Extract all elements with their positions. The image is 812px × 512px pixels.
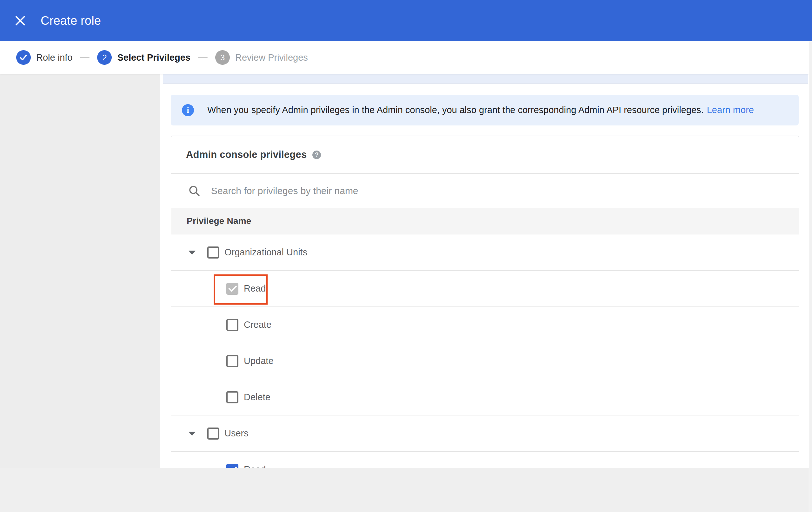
step-1-label[interactable]: Role info [36, 52, 72, 63]
step-2-label[interactable]: Select Privileges [117, 52, 191, 63]
search-row [171, 173, 799, 208]
privilege-label: Read [244, 464, 266, 468]
privilege-row[interactable]: Read [171, 271, 799, 307]
privilege-checkbox[interactable] [226, 391, 238, 403]
banner-text: When you specify Admin privileges in the… [207, 105, 754, 115]
privilege-checkbox[interactable] [207, 428, 219, 439]
scrolled-header-band [163, 74, 808, 84]
dialog-title: Create role [40, 0, 101, 41]
info-banner: i When you specify Admin privileges in t… [171, 95, 799, 126]
search-icon [188, 185, 200, 197]
privilege-checkbox[interactable] [226, 319, 238, 331]
step-connector [80, 57, 89, 58]
expand-arrow-icon[interactable] [188, 432, 196, 436]
close-button[interactable] [13, 13, 28, 28]
search-input[interactable] [210, 185, 688, 197]
privileges-card: Admin console privileges ? Privilege Nam… [171, 136, 799, 468]
privilege-label: Delete [244, 392, 270, 402]
step-1-circle[interactable] [16, 50, 31, 65]
appbar: Create role [0, 0, 812, 41]
privilege-row[interactable]: Delete [171, 379, 799, 415]
expand-arrow-icon[interactable] [188, 251, 196, 255]
card-title: Admin console privileges [186, 149, 307, 160]
privilege-row[interactable]: Organizational Units [171, 235, 799, 271]
privilege-checkbox[interactable] [226, 464, 238, 468]
privilege-checkbox[interactable] [207, 246, 219, 259]
privilege-label: Update [244, 356, 273, 366]
banner-message: When you specify Admin privileges in the… [207, 105, 704, 115]
info-icon: i [182, 104, 194, 116]
learn-more-link[interactable]: Learn more [707, 105, 754, 115]
privilege-row[interactable]: Users [171, 415, 799, 452]
close-icon [15, 16, 25, 26]
stepper: Role info 2 Select Privileges 3 Review P… [0, 41, 812, 74]
create-role-dialog: Create role Role info 2 Select Privilege… [0, 0, 812, 512]
privilege-checkbox[interactable] [226, 283, 238, 295]
table-header: Privilege Name [171, 208, 799, 235]
footer-bar [0, 468, 812, 512]
privilege-label: Read [244, 283, 266, 294]
step-3-circle[interactable]: 3 [215, 50, 230, 65]
step-2-circle[interactable]: 2 [97, 50, 112, 65]
privilege-row[interactable]: Read [171, 452, 799, 468]
privilege-label: Organizational Units [225, 247, 307, 258]
help-icon[interactable]: ? [312, 151, 321, 159]
privilege-checkbox[interactable] [226, 355, 238, 367]
privilege-label: Users [225, 428, 249, 439]
privilege-row[interactable]: Update [171, 343, 799, 379]
privilege-row[interactable]: Create [171, 307, 799, 343]
privilege-label: Create [244, 320, 271, 330]
vertical-scrollbar[interactable] [809, 41, 812, 512]
left-rail [0, 74, 160, 468]
privilege-rows: Organizational Units Read Create Update … [171, 235, 799, 468]
main-content: i When you specify Admin privileges in t… [160, 74, 812, 468]
card-header: Admin console privileges ? [171, 136, 799, 173]
check-icon [19, 53, 28, 62]
step-connector [198, 57, 208, 58]
step-3-label[interactable]: Review Privileges [235, 52, 308, 63]
table-header-label: Privilege Name [187, 216, 252, 226]
